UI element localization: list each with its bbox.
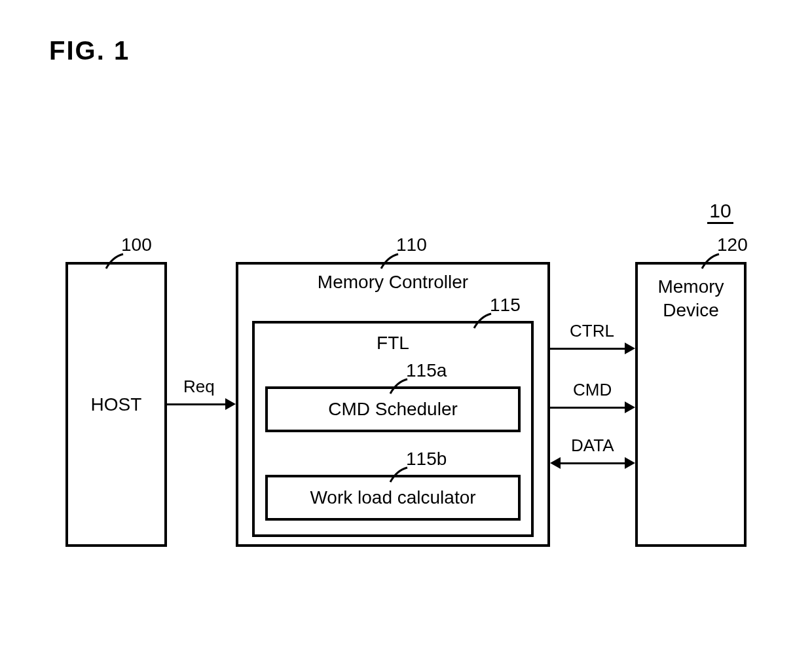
leader-tick-icon: [473, 311, 492, 331]
host-label: HOST: [65, 262, 167, 547]
req-signal-label: Req: [183, 377, 215, 397]
memory-device-label: Memory Device: [635, 275, 747, 323]
host-ref: 100: [121, 234, 152, 255]
diagram-canvas: FIG. 1 10 HOST 100 Memory Controller 110…: [0, 0, 812, 649]
ftl-ref: 115: [490, 295, 521, 316]
memory-controller-ref: 110: [396, 234, 427, 255]
memory-controller-title: Memory Controller: [236, 272, 550, 293]
memory-device-ref: 120: [717, 234, 748, 255]
leader-tick-icon: [701, 251, 720, 271]
memory-device-label-line1: Memory: [657, 276, 724, 297]
ctrl-arrow-line: [550, 348, 627, 350]
ftl-title: FTL: [252, 333, 534, 354]
leader-tick-icon: [380, 251, 399, 271]
arrow-right-icon: [625, 401, 635, 413]
arrow-right-icon: [625, 457, 635, 469]
arrow-right-icon: [625, 343, 635, 354]
leader-tick-icon: [105, 251, 124, 271]
data-arrow-line: [559, 462, 627, 464]
arrow-right-icon: [225, 398, 236, 410]
memory-device-label-line2: Device: [663, 300, 719, 320]
work-load-calculator-ref: 115b: [406, 449, 447, 470]
figure-title: FIG. 1: [49, 36, 130, 65]
ctrl-signal-label: CTRL: [570, 321, 614, 341]
leader-tick-icon: [389, 465, 409, 485]
data-signal-label: DATA: [571, 436, 614, 456]
cmd-signal-label: CMD: [573, 380, 612, 400]
cmd-scheduler-label: CMD Scheduler: [328, 399, 458, 420]
work-load-calculator-label: Work load calculator: [310, 487, 475, 508]
cmd-scheduler-ref: 115a: [406, 360, 447, 381]
req-arrow-line: [167, 403, 227, 405]
cmd-arrow-line: [550, 407, 627, 409]
system-ref: 10: [707, 200, 733, 224]
leader-tick-icon: [389, 377, 409, 396]
